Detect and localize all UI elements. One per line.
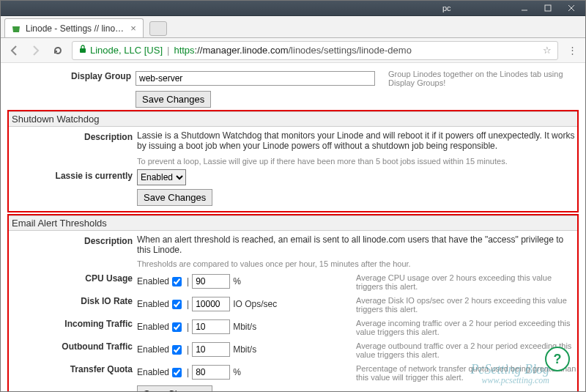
svg-rect-1	[545, 5, 551, 11]
disk-enabled-text: Enabled	[137, 299, 169, 309]
minimize-button[interactable]	[513, 1, 536, 15]
browser-toolbar: Linode, LLC [US] | https://manager.linod…	[0, 38, 586, 63]
back-button[interactable]	[6, 42, 22, 59]
quota-value-input[interactable]	[192, 365, 230, 380]
quota-hint: Percentage of network transfer quota use…	[343, 363, 577, 382]
disk-label: Disk IO Rate	[9, 293, 137, 306]
pc-label: pc	[442, 4, 451, 12]
display-group-save-row: Save Changes	[7, 89, 579, 108]
incoming-enabled-text: Enabled	[137, 322, 169, 332]
quota-unit: %	[233, 367, 241, 377]
display-group-label: Display Group	[7, 68, 136, 81]
incoming-value-input[interactable]	[192, 319, 230, 334]
forward-button[interactable]	[28, 42, 44, 59]
url-separator: |	[167, 45, 169, 56]
display-group-save-button[interactable]: Save Changes	[136, 91, 211, 108]
new-tab-button[interactable]	[149, 21, 167, 36]
watchdog-desc-hint: To prevent a loop, Lassie will give up i…	[137, 157, 577, 166]
browser-menu-icon[interactable]: ⋮	[564, 45, 580, 56]
display-group-input[interactable]	[136, 71, 375, 86]
outbound-hint: Average outbound traffic over a 2 hour p…	[343, 340, 577, 359]
quota-label: Transfer Quota	[9, 361, 137, 374]
alerts-save-button[interactable]: Save Changes	[137, 385, 212, 392]
lassie-select[interactable]: Enabled	[137, 169, 186, 185]
address-bar[interactable]: Linode, LLC [US] | https://manager.linod…	[72, 41, 558, 60]
incoming-unit: Mbit/s	[233, 322, 256, 332]
shutdown-watchdog-section: Shutdown Watchdog Description Lassie is …	[7, 110, 579, 212]
ssl-org: Linode, LLC [US]	[90, 45, 163, 56]
cpu-label: CPU Usage	[9, 270, 137, 284]
favicon-icon	[11, 23, 21, 34]
browser-tab-bar: Linode - Settings // lino… ×	[0, 16, 586, 38]
help-button[interactable]: ?	[545, 347, 570, 371]
lock-icon	[78, 45, 87, 56]
outbound-value-input[interactable]	[192, 342, 230, 357]
display-group-row: Display Group Group Linodes together on …	[7, 68, 579, 87]
quota-enabled-text: Enabled	[137, 367, 169, 377]
url-text: https://manager.linode.com/linodes/setti…	[174, 45, 411, 56]
email-alerts-section: Email Alert Thresholds Description When …	[7, 214, 579, 392]
watchdog-desc-label: Description	[9, 129, 137, 142]
watchdog-save-button[interactable]: Save Changes	[137, 189, 212, 206]
svg-marker-4	[12, 26, 20, 32]
lassie-label: Lassie is currently	[9, 168, 137, 181]
quota-enabled-checkbox[interactable]	[172, 368, 182, 377]
alerts-hint: Thresholds are compared to values once p…	[137, 259, 577, 268]
email-alerts-header: Email Alert Thresholds	[9, 215, 577, 231]
shutdown-watchdog-header: Shutdown Watchdog	[9, 111, 577, 127]
incoming-hint: Average incoming traffic over a 2 hour p…	[343, 317, 577, 336]
cpu-enabled-text: Enabled	[137, 276, 169, 286]
cpu-enabled-checkbox[interactable]	[172, 277, 182, 286]
tab-title: Linode - Settings // lino…	[26, 23, 124, 34]
close-tab-icon[interactable]: ×	[128, 23, 138, 33]
outbound-enabled-checkbox[interactable]	[172, 345, 182, 355]
close-window-button[interactable]	[560, 1, 583, 15]
maximize-button[interactable]	[536, 1, 560, 15]
disk-hint: Average Disk IO ops/sec over 2 hours exc…	[343, 295, 577, 314]
cpu-unit: %	[233, 276, 241, 286]
outbound-label: Outbound Traffic	[9, 339, 137, 352]
watchdog-desc-text: Lassie is a Shutdown Watchdog that monit…	[137, 130, 577, 151]
bookmark-star-icon[interactable]: ☆	[543, 45, 552, 56]
disk-value-input[interactable]	[192, 297, 230, 311]
browser-tab-active[interactable]: Linode - Settings // lino… ×	[4, 18, 144, 37]
disk-unit: IO Ops/sec	[233, 299, 277, 309]
page-content: Display Group Group Linodes together on …	[0, 63, 586, 392]
cpu-hint: Average CPU usage over 2 hours exceeding…	[343, 272, 577, 291]
outbound-unit: Mbit/s	[233, 344, 256, 355]
display-group-hint: Group Linodes together on the Linodes ta…	[388, 70, 579, 87]
disk-enabled-checkbox[interactable]	[172, 300, 182, 309]
window-titlebar: pc	[0, 0, 586, 16]
alerts-desc-text: When an alert threshold is reached, an e…	[137, 234, 577, 255]
outbound-enabled-text: Enabled	[137, 344, 169, 355]
cpu-value-input[interactable]	[192, 274, 230, 289]
alerts-desc-label: Description	[9, 233, 137, 246]
reload-button[interactable]	[50, 42, 66, 59]
incoming-label: Incoming Traffic	[9, 316, 137, 329]
incoming-enabled-checkbox[interactable]	[172, 322, 182, 332]
svg-rect-5	[80, 48, 86, 53]
